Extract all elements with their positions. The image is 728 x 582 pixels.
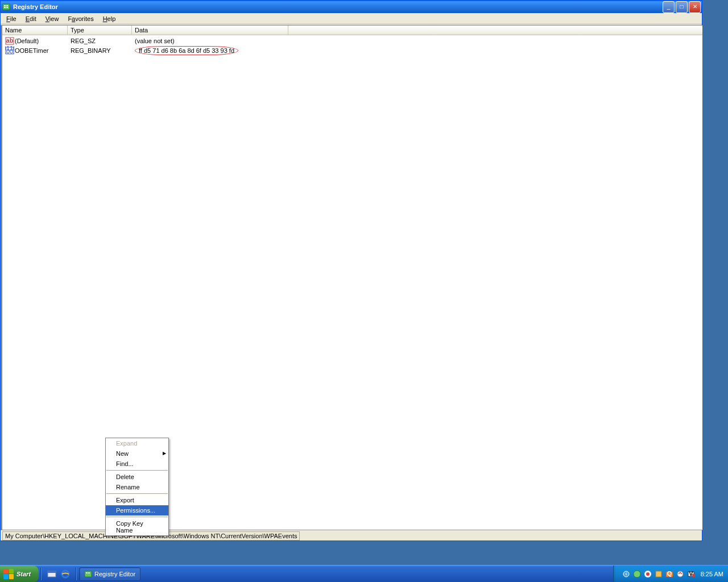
show-desktop-icon[interactable] (46, 568, 58, 580)
tray-icon-6[interactable]: V (686, 569, 696, 579)
column-header[interactable]: Name (2, 26, 68, 35)
separator (106, 470, 168, 471)
svg-point-18 (634, 571, 640, 577)
separator (106, 493, 168, 494)
quicklaunch-separator (40, 568, 42, 580)
maximize-button[interactable]: □ (676, 1, 688, 13)
tray-icon-1[interactable] (632, 569, 642, 579)
scroll-down-button[interactable]: ▼ (1, 520, 1, 530)
separator (106, 517, 168, 517)
svg-text:1001: 1001 (5, 48, 14, 55)
context-menu-item[interactable]: Export (106, 495, 168, 505)
list-body: ab(Default)REG_SZ(value not set)01101001… (2, 35, 728, 56)
menu-view[interactable]: View (41, 14, 64, 23)
menu-help[interactable]: Help (98, 14, 121, 23)
tray-icon-5[interactable] (676, 569, 685, 579)
close-button[interactable]: ✕ (689, 1, 701, 13)
column-header[interactable] (288, 26, 728, 35)
context-menu-item: Expand (106, 438, 168, 448)
context-menu-item[interactable]: New▶ (106, 448, 168, 459)
registry-value-row[interactable]: 01101001OOBETimerREG_BINARYff d5 71 d6 8… (2, 45, 728, 55)
titlebar[interactable]: Registry Editor _ □ ✕ (1, 1, 702, 13)
column-header[interactable]: Type (68, 26, 132, 35)
context-menu-item[interactable]: Permissions... (106, 505, 168, 516)
windows-logo-icon (3, 569, 14, 579)
desktop[interactable] (702, 0, 728, 541)
list-header: NameTypeData (2, 26, 728, 35)
svg-rect-1 (4, 5, 6, 6)
taskbar-separator (76, 568, 77, 580)
tray-icon-2[interactable] (643, 569, 652, 579)
svg-rect-27 (692, 574, 695, 577)
menu-favorites[interactable]: Favorites (63, 14, 98, 23)
start-button[interactable]: Start (0, 566, 39, 583)
svg-text:Q: Q (667, 570, 672, 577)
tree-pane[interactable]: Event ViewerFile ManagerFont DriversFont… (1, 25, 1, 530)
highlighted-data: ff d5 71 d6 8b 6a 8d 6f d5 33 93 fd (135, 46, 238, 55)
registry-value-row[interactable]: ab(Default)REG_SZ(value not set) (2, 36, 728, 45)
minimize-button[interactable]: _ (663, 1, 675, 13)
svg-rect-13 (85, 571, 92, 577)
tray-clock[interactable]: 8:25 AM (701, 571, 723, 577)
tray-icon-4[interactable]: Q (665, 569, 674, 579)
context-menu-item[interactable]: Rename (106, 482, 168, 492)
svg-rect-3 (4, 7, 6, 8)
svg-rect-2 (6, 5, 8, 6)
string-value-icon: ab (5, 36, 14, 45)
context-menu-item[interactable]: Find... (106, 459, 168, 469)
context-menu-item[interactable]: Copy Key Name (106, 518, 168, 535)
svg-point-20 (646, 572, 650, 576)
svg-text:ab: ab (6, 37, 14, 44)
app-icon (2, 2, 11, 11)
svg-rect-4 (6, 7, 8, 8)
titlebar-text: Registry Editor (13, 3, 663, 10)
column-header[interactable]: Data (132, 26, 288, 35)
taskbar-item-regedit[interactable]: Registry Editor (79, 567, 140, 581)
tree-scrollbar[interactable]: ▲ ▼ (1, 26, 1, 530)
menu-edit[interactable]: Edit (21, 14, 41, 23)
ie-icon[interactable] (59, 568, 72, 580)
scroll-up-button[interactable]: ▲ (1, 26, 1, 35)
tray-icon-3[interactable] (654, 569, 663, 579)
svg-text:‹: ‹ (625, 571, 627, 577)
tray-hide-icon[interactable]: ‹ (622, 569, 631, 579)
submenu-arrow-icon: ▶ (163, 451, 166, 456)
svg-rect-11 (48, 571, 56, 573)
system-tray: ‹ Q V 8:25 AM (613, 566, 728, 582)
taskbar: Start Registry Editor ‹ Q V 8:25 AM (0, 565, 728, 582)
quick-launch (43, 566, 74, 582)
svg-rect-21 (656, 571, 661, 577)
context-menu: ExpandNew▶Find...DeleteRenameExportPermi… (105, 438, 169, 536)
svg-rect-15 (88, 572, 90, 573)
context-menu-item[interactable]: Delete (106, 472, 168, 482)
menu-file[interactable]: File (2, 14, 21, 23)
svg-rect-14 (86, 572, 88, 573)
binary-value-icon: 01101001 (5, 46, 14, 55)
menubar: File Edit View Favorites Help (1, 13, 702, 24)
